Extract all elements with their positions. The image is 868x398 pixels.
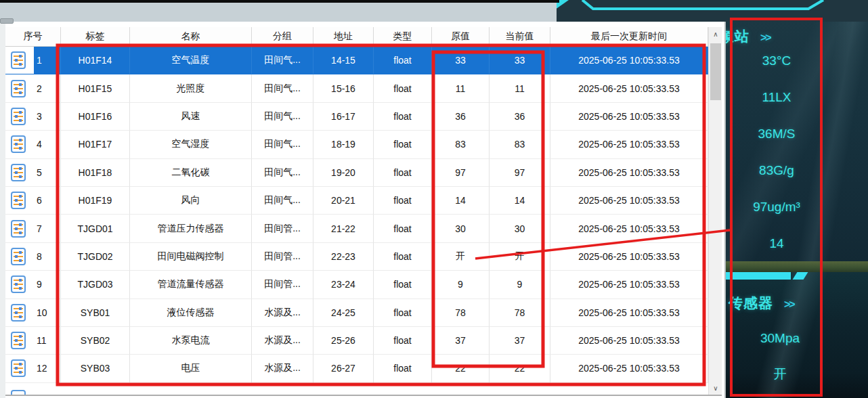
scroll-up-button[interactable]: ∧: [709, 27, 722, 41]
cell-last-update-time: 2025-06-25 10:05:33.53: [550, 271, 708, 298]
dashboard-top-band: [554, 0, 868, 22]
cell-tag: H01F16: [61, 103, 130, 131]
column-header[interactable]: 分组: [252, 27, 313, 46]
cell-no: 5: [5, 159, 61, 187]
dashboard-value: 97ug/m³: [753, 198, 800, 216]
cell-group: 田间气...: [252, 47, 313, 74]
table-row[interactable]: 7 TJGD01 管道压力传感器 田间管... 21-22 float 30 3…: [5, 215, 708, 242]
column-header[interactable]: 名称: [130, 27, 252, 46]
cell-original-value: 36: [432, 103, 490, 131]
tag-item-icon: [9, 79, 27, 98]
table-row[interactable]: 5 H01F18 二氧化碳 田间气... 19-20 float 97 97 2…: [5, 159, 708, 187]
cell-type: float: [374, 215, 432, 242]
cell-tag: H01F19: [61, 187, 130, 215]
cell-type: float: [374, 187, 432, 215]
tag-item-icon: [9, 135, 27, 154]
table-row[interactable]: 6 H01F19 风向 田间气... 20-21 float 14 14 202…: [5, 187, 708, 215]
column-header[interactable]: 标签: [61, 27, 130, 46]
cell-last-update-time: 2025-06-25 10:05:33.53: [550, 299, 708, 327]
cell-name: 光照度: [130, 74, 252, 102]
cell-address: 24-25: [313, 299, 374, 327]
cell-group: 田间气...: [252, 131, 313, 158]
cell-current-value: 11: [490, 74, 550, 102]
column-header[interactable]: 原值: [432, 27, 490, 46]
cell-name: 空气温度: [130, 47, 252, 74]
tag-item-icon: [9, 219, 27, 238]
window-right-edge: [722, 22, 726, 398]
screen: 象站>> 33°C11LX36M/S83G/g97ug/m³14 传感器>> 3…: [0, 0, 868, 398]
vertical-scrollbar[interactable]: ∧ ∨: [708, 27, 722, 395]
cell-group: 田间气...: [252, 103, 313, 131]
cell-last-update-time: 2025-06-25 10:05:33.53: [550, 103, 708, 131]
cell-type: float: [374, 299, 432, 327]
dashboard-value: 83G/g: [759, 161, 794, 179]
station-section-title[interactable]: 象站>>: [726, 27, 771, 46]
dashboard-panel: 象站>> 33°C11LX36M/S83G/g97ug/m³14 传感器>> 3…: [726, 0, 868, 398]
cell-name: 二氧化碳: [130, 159, 252, 187]
cell-tag: H01F14: [61, 47, 130, 74]
scrollbar-thumb[interactable]: [710, 43, 721, 100]
cell-address: 22-23: [313, 243, 374, 271]
tag-item-icon: [9, 191, 27, 210]
table-row-partial[interactable]: [5, 383, 708, 395]
table-row[interactable]: 2 H01F15 光照度 田间气... 15-16 float 11 11 20…: [5, 74, 708, 102]
tag-item-icon: [9, 331, 27, 350]
splitter-handle[interactable]: [0, 18, 14, 24]
table-row[interactable]: 8 TJGD02 田间电磁阀控制 田间管... 22-23 float 开 开 …: [5, 243, 708, 271]
table-row[interactable]: 11 SYB02 水泵电流 水源及... 25-26 float 37 37 2…: [5, 327, 708, 355]
cell-type: float: [374, 271, 432, 298]
dashboard-value: 36M/S: [758, 125, 796, 143]
cell-tag: H01F18: [61, 159, 130, 187]
cell-current-value: 78: [490, 299, 550, 327]
cell-group: 田间气...: [252, 74, 313, 102]
cell-type: float: [374, 355, 432, 382]
sensor-section-title[interactable]: 传感器>>: [729, 294, 794, 313]
cell-name: 风速: [130, 103, 252, 131]
cell-original-value: 9: [432, 271, 490, 298]
cell-no: 12: [5, 355, 61, 382]
row-number: 11: [34, 327, 60, 354]
cell-no: 2: [5, 74, 61, 102]
cell-no: 8: [5, 243, 61, 271]
cell-original-value: 开: [432, 243, 490, 271]
cell-tag: TJGD01: [61, 215, 130, 242]
cell-current-value: 开: [490, 243, 550, 271]
tag-item-icon: [9, 163, 27, 182]
cell-no: 6: [5, 187, 61, 215]
table-row[interactable]: 1 H01F14 空气温度 田间气... 14-15 float 33 33 2…: [5, 47, 708, 74]
cell-group: 水源及...: [252, 299, 313, 327]
cell-name: 电压: [130, 355, 252, 382]
table-body: 1 H01F14 空气温度 田间气... 14-15 float 33 33 2…: [5, 47, 708, 383]
tag-table: 序号标签名称分组地址类型原值当前值最后一次更新时间 1 H01F14 空气温度 …: [5, 27, 708, 383]
table-row[interactable]: 9 TJGD03 管道流量传感器 田间管... 23-24 float 9 9 …: [5, 271, 708, 298]
cell-name: 空气湿度: [130, 131, 252, 158]
table-row[interactable]: 12 SYB03 电压 水源及... 26-27 float 22 22 202…: [5, 355, 708, 382]
row-number: 2: [34, 74, 60, 102]
cell-no: 1: [5, 47, 61, 74]
column-header[interactable]: 序号: [5, 27, 61, 46]
cell-name: 液位传感器: [130, 299, 252, 327]
cell-last-update-time: 2025-06-25 10:05:33.53: [550, 355, 708, 382]
cell-last-update-time: 2025-06-25 10:05:33.53: [550, 243, 708, 271]
cell-current-value: 9: [490, 271, 550, 298]
tag-item-icon: [9, 51, 27, 70]
tag-item-icon: [9, 107, 27, 126]
tag-item-icon: [9, 389, 27, 395]
scroll-down-button[interactable]: ∨: [709, 381, 722, 395]
cell-last-update-time: 2025-06-25 10:05:33.53: [550, 327, 708, 355]
column-header[interactable]: 最后一次更新时间: [550, 27, 708, 46]
cell-address: 14-15: [313, 47, 374, 74]
table-row[interactable]: 4 H01F17 空气湿度 田间气... 18-19 float 83 83 2…: [5, 131, 708, 158]
tag-item-icon: [9, 303, 27, 322]
cell-tag: TJGD02: [61, 243, 130, 271]
dashboard-value: 11LX: [762, 88, 791, 106]
table-row[interactable]: 10 SYB01 液位传感器 水源及... 24-25 float 78 78 …: [5, 299, 708, 327]
column-header[interactable]: 当前值: [490, 27, 550, 46]
table-row[interactable]: 3 H01F16 风速 田间气... 16-17 float 36 36 202…: [5, 103, 708, 131]
column-header[interactable]: 类型: [374, 27, 432, 46]
cell-group: 田间管...: [252, 215, 313, 242]
row-number: 10: [34, 299, 60, 326]
cell-current-value: 14: [490, 187, 550, 215]
row-number: 8: [34, 243, 60, 270]
column-header[interactable]: 地址: [313, 27, 374, 46]
